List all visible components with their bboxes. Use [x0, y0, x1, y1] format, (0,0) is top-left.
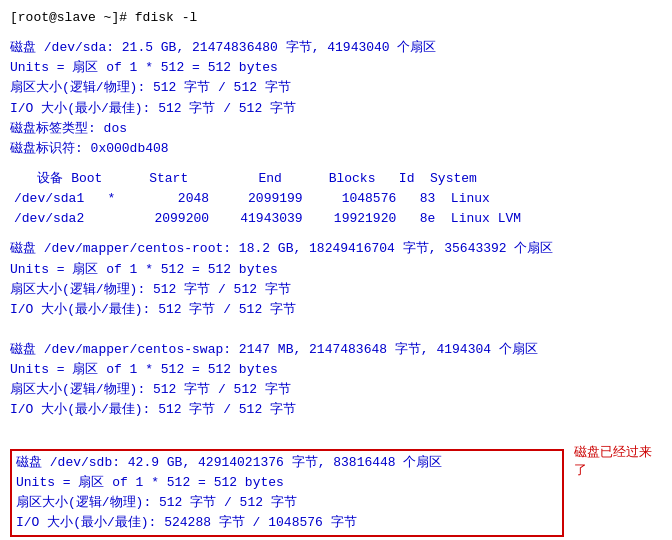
sdb-sector-size: 扇区大小(逻辑/物理): 512 字节 / 512 字节 — [16, 493, 558, 513]
centos-swap-line-1: 磁盘 /dev/mapper/centos-swap: 2147 MB, 214… — [10, 340, 662, 360]
sda-sector-size: 扇区大小(逻辑/物理): 512 字节 / 512 字节 — [10, 78, 662, 98]
centos-root-line-1: 磁盘 /dev/mapper/centos-root: 18.2 GB, 182… — [10, 239, 662, 259]
sda-io-size: I/O 大小(最小/最佳): 512 字节 / 512 字节 — [10, 99, 662, 119]
centos-swap-units: Units = 扇区 of 1 * 512 = 512 bytes — [10, 360, 662, 380]
centos-swap-section: 磁盘 /dev/mapper/centos-swap: 2147 MB, 214… — [10, 340, 662, 421]
partition-table: 设备 Boot Start End Blocks Id System /dev/… — [14, 169, 662, 229]
sda-line-1: 磁盘 /dev/sda: 21.5 GB, 21474836480 字节, 41… — [10, 38, 662, 58]
partition-sda1: /dev/sda1 * 2048 2099199 1048576 83 Linu… — [14, 189, 662, 209]
sda-section: 磁盘 /dev/sda: 21.5 GB, 21474836480 字节, 41… — [10, 38, 662, 159]
centos-swap-sector-size: 扇区大小(逻辑/物理): 512 字节 / 512 字节 — [10, 380, 662, 400]
centos-swap-io-size: I/O 大小(最小/最佳): 512 字节 / 512 字节 — [10, 400, 662, 420]
centos-root-io-size: I/O 大小(最小/最佳): 512 字节 / 512 字节 — [10, 300, 662, 320]
partition-sda2: /dev/sda2 2099200 41943039 19921920 8e L… — [14, 209, 662, 229]
centos-root-units: Units = 扇区 of 1 * 512 = 512 bytes — [10, 260, 662, 280]
sdb-highlighted-box: 磁盘 /dev/sdb: 42.9 GB, 42914021376 字节, 83… — [10, 449, 564, 538]
sdb-annotation: 磁盘已经过来了 — [574, 443, 662, 479]
sdb-io-size: I/O 大小(最小/最佳): 524288 字节 / 1048576 字节 — [16, 513, 558, 533]
sdb-line-1: 磁盘 /dev/sdb: 42.9 GB, 42914021376 字节, 83… — [16, 453, 558, 473]
sdb-units: Units = 扇区 of 1 * 512 = 512 bytes — [16, 473, 558, 493]
centos-root-sector-size: 扇区大小(逻辑/物理): 512 字节 / 512 字节 — [10, 280, 662, 300]
centos-root-section: 磁盘 /dev/mapper/centos-root: 18.2 GB, 182… — [10, 239, 662, 320]
sdb-section-wrapper: 磁盘 /dev/sdb: 42.9 GB, 42914021376 字节, 83… — [10, 441, 662, 538]
command-prompt: [root@slave ~]# fdisk -l — [10, 8, 662, 28]
sda-units: Units = 扇区 of 1 * 512 = 512 bytes — [10, 58, 662, 78]
sda-identifier: 磁盘标识符: 0x000db408 — [10, 139, 662, 159]
sda-label-type: 磁盘标签类型: dos — [10, 119, 662, 139]
terminal-window: [root@slave ~]# fdisk -l 磁盘 /dev/sda: 21… — [10, 8, 662, 537]
partition-header: 设备 Boot Start End Blocks Id System — [14, 169, 662, 189]
